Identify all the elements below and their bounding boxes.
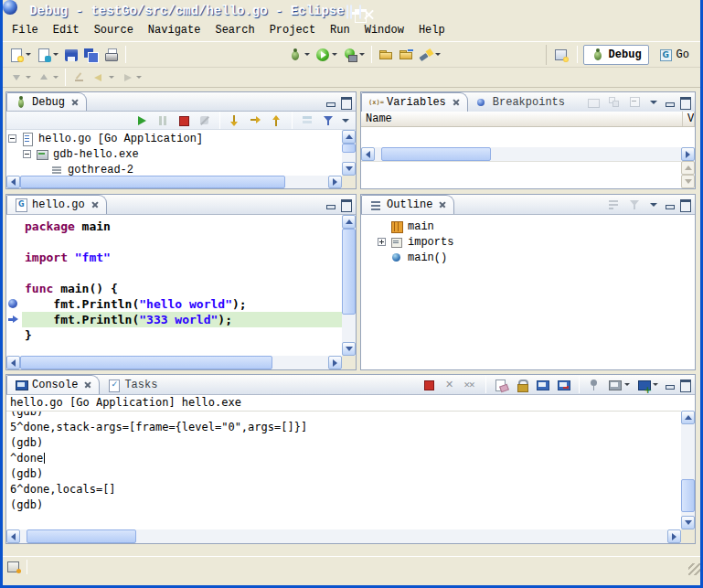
- code-editor[interactable]: package mainimport "fmt"func main() { fm…: [6, 215, 342, 356]
- terminate-button[interactable]: [174, 111, 194, 131]
- editor-ruler[interactable]: [6, 250, 22, 265]
- editor-ruler[interactable]: [6, 234, 22, 250]
- close-window-button[interactable]: [359, 5, 361, 19]
- print-button[interactable]: [101, 45, 122, 65]
- maximize-window-button[interactable]: [350, 5, 352, 19]
- scroll-down-button[interactable]: [342, 162, 356, 176]
- editor-ruler[interactable]: [6, 281, 22, 296]
- run-button[interactable]: [313, 45, 340, 65]
- variables-detail-pane[interactable]: [361, 161, 681, 188]
- variables-horizontal-scrollbar[interactable]: [361, 147, 695, 161]
- show-stdout-button[interactable]: [533, 375, 553, 395]
- step-into-button[interactable]: [225, 111, 245, 131]
- minimize-view-icon[interactable]: [324, 95, 337, 109]
- close-tab-icon[interactable]: [438, 200, 447, 209]
- open-console-button[interactable]: [634, 375, 661, 395]
- tab-tasks[interactable]: Tasks: [100, 375, 164, 394]
- scrollbar-track[interactable]: [375, 147, 681, 161]
- scrollbar-thumb[interactable]: [20, 176, 285, 188]
- code-line[interactable]: package main: [6, 219, 342, 234]
- scroll-right-button[interactable]: [681, 147, 695, 161]
- perspective-go-button[interactable]: Go: [651, 45, 697, 65]
- code-line[interactable]: fmt.Println("hello world");: [6, 296, 342, 312]
- clear-console-button[interactable]: [491, 375, 511, 395]
- resume-button[interactable]: [132, 111, 152, 131]
- scrollbar-track[interactable]: [20, 356, 328, 369]
- menu-search[interactable]: Search: [208, 21, 261, 39]
- debug-vertical-scrollbar[interactable]: [342, 130, 356, 176]
- scroll-up-button[interactable]: [342, 215, 356, 229]
- dropdown-arrow-icon[interactable]: [53, 53, 59, 56]
- menu-navigate[interactable]: Navigate: [141, 21, 208, 39]
- minimize-view-icon[interactable]: [324, 198, 337, 211]
- maximize-view-icon[interactable]: [339, 198, 353, 211]
- minimize-view-icon[interactable]: [663, 95, 676, 109]
- editor-ruler[interactable]: [6, 265, 22, 281]
- dropdown-arrow-icon[interactable]: [624, 383, 630, 386]
- scroll-lock-button[interactable]: [512, 375, 532, 395]
- perspective-debug-button[interactable]: Debug: [583, 45, 649, 65]
- close-tab-icon[interactable]: [83, 380, 92, 390]
- scrollbar-thumb[interactable]: [381, 147, 492, 161]
- outline-tree[interactable]: mainimportsmain(): [361, 215, 695, 369]
- dropdown-arrow-icon[interactable]: [304, 53, 310, 56]
- menu-file[interactable]: File: [5, 21, 46, 39]
- scrollbar-track[interactable]: [20, 176, 328, 188]
- code-line[interactable]: func main() {: [6, 281, 342, 296]
- console-vertical-scrollbar[interactable]: [681, 411, 695, 529]
- editor-ruler[interactable]: [6, 327, 22, 343]
- outline-item[interactable]: imports: [365, 234, 695, 250]
- scrollbar-track[interactable]: [20, 529, 667, 543]
- maximize-view-icon[interactable]: [339, 95, 353, 109]
- new-go-element-button[interactable]: [34, 45, 61, 65]
- tab-debug[interactable]: Debug: [6, 92, 87, 111]
- debug-button[interactable]: [285, 45, 313, 65]
- resize-grip[interactable]: [688, 563, 700, 575]
- menu-run[interactable]: Run: [323, 21, 357, 39]
- variables-tree[interactable]: [361, 127, 695, 147]
- scrollbar-thumb[interactable]: [342, 229, 356, 315]
- code-line[interactable]: fmt.Println("333 world");: [6, 312, 342, 327]
- open-type-button[interactable]: [396, 45, 416, 65]
- close-tab-icon[interactable]: [70, 98, 80, 107]
- editor-ruler[interactable]: [6, 219, 22, 234]
- open-perspective-button[interactable]: [551, 45, 571, 65]
- scrollbar-track[interactable]: [681, 424, 695, 516]
- tab-console[interactable]: Console: [6, 375, 100, 394]
- dropdown-arrow-icon[interactable]: [26, 53, 31, 56]
- open-resource-button[interactable]: [376, 45, 396, 65]
- menu-edit[interactable]: Edit: [46, 21, 87, 39]
- pin-console-button[interactable]: [584, 375, 604, 395]
- close-tab-icon[interactable]: [91, 200, 100, 209]
- menu-project[interactable]: Project: [262, 21, 323, 39]
- scroll-down-button[interactable]: [681, 516, 695, 529]
- code-line[interactable]: }: [6, 327, 342, 343]
- menu-help[interactable]: Help: [411, 21, 453, 39]
- scrollbar-thumb[interactable]: [27, 529, 136, 543]
- scroll-up-button[interactable]: [342, 130, 356, 144]
- new-button[interactable]: [6, 45, 34, 65]
- debug-tree-item[interactable]: gdb-hello.exe: [6, 146, 342, 162]
- scrollbar-thumb[interactable]: [681, 479, 695, 512]
- use-step-filters-button[interactable]: [318, 111, 338, 131]
- scroll-right-button[interactable]: [667, 529, 681, 543]
- collapse-icon[interactable]: [8, 134, 16, 143]
- remove-all-launches-button[interactable]: [461, 375, 481, 395]
- scroll-left-button[interactable]: [361, 147, 375, 161]
- minimize-view-icon[interactable]: [663, 198, 676, 211]
- save-all-button[interactable]: [81, 45, 101, 65]
- console-horizontal-scrollbar[interactable]: [6, 529, 681, 543]
- tab-variables[interactable]: Variables: [361, 92, 468, 112]
- dropdown-arrow-icon[interactable]: [332, 53, 337, 56]
- maximize-view-icon[interactable]: [678, 378, 692, 391]
- tab-outline[interactable]: Outline: [361, 195, 454, 214]
- dropdown-arrow-icon[interactable]: [653, 383, 658, 386]
- debug-horizontal-scrollbar[interactable]: [6, 176, 342, 188]
- maximize-view-icon[interactable]: [678, 95, 692, 109]
- view-menu-chevron-icon[interactable]: [647, 198, 661, 211]
- tab-hello-go[interactable]: hello.go: [6, 195, 107, 214]
- scrollbar-thumb[interactable]: [342, 144, 356, 153]
- external-tools-button[interactable]: [340, 45, 367, 65]
- scroll-left-button[interactable]: [6, 356, 20, 369]
- dropdown-arrow-icon[interactable]: [435, 53, 441, 56]
